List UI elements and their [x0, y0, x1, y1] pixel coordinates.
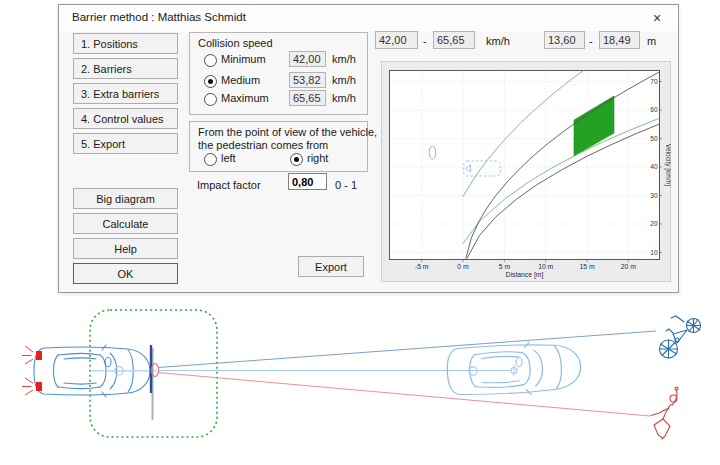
speed-range-unit: km/h [486, 35, 510, 47]
barrier-method-dialog: Barrier method : Matthias Schmidt × 1. P… [58, 4, 679, 293]
ok-button[interactable]: OK [73, 263, 178, 284]
pedestrian-figure [651, 387, 678, 439]
maximum-speed-field [289, 90, 326, 106]
trajectory-line-pedestrian [158, 373, 650, 417]
radio-medium[interactable] [204, 75, 217, 88]
distance-min-field [544, 31, 585, 49]
sight-line-bicycle [158, 331, 656, 368]
svg-text:15 m: 15 m [580, 263, 595, 270]
title-bar[interactable]: Barrier method : Matthias Schmidt × [59, 5, 678, 31]
nav-button-positions[interactable]: 1. Positions [73, 33, 178, 54]
impact-point-marker [152, 364, 159, 377]
svg-text:60: 60 [650, 106, 658, 113]
close-icon[interactable]: × [644, 8, 670, 28]
nav-button-barriers[interactable]: 2. Barriers [73, 58, 178, 79]
export-button[interactable]: Export [298, 256, 364, 277]
svg-text:20: 20 [650, 220, 658, 227]
maximum-speed-unit: km/h [332, 92, 356, 104]
svg-text:10 m: 10 m [538, 263, 553, 270]
striking-vehicle [22, 345, 157, 397]
pov-text-line1: From the point of view of the vehicle, [198, 126, 377, 138]
pov-text-line2: the pedestrian comes from [198, 139, 328, 151]
radio-medium-label[interactable]: Medium [221, 74, 260, 86]
impact-factor-range: 0 - 1 [335, 179, 357, 191]
struck-vehicle [446, 340, 582, 398]
x-axis-label: Distance [m] [506, 271, 544, 279]
minimum-speed-unit: km/h [332, 53, 356, 65]
medium-speed-field [289, 72, 326, 88]
radio-minimum-label[interactable]: Minimum [221, 53, 266, 65]
help-button[interactable]: Help [73, 238, 178, 259]
calculate-button[interactable]: Calculate [73, 213, 178, 234]
radio-left[interactable] [204, 153, 217, 166]
svg-text:50: 50 [650, 135, 658, 142]
svg-text:0 m: 0 m [457, 263, 469, 270]
radio-minimum[interactable] [204, 54, 217, 67]
nav-button-control-values[interactable]: 4. Control values [73, 108, 178, 129]
distance-max-field [599, 31, 640, 49]
medium-speed-unit: km/h [332, 74, 356, 86]
plot-area [390, 71, 660, 260]
big-diagram-button[interactable]: Big diagram [73, 188, 178, 209]
radio-left-label[interactable]: left [221, 152, 236, 164]
radio-maximum[interactable] [204, 93, 217, 106]
svg-text:40: 40 [650, 163, 658, 170]
svg-text:30: 30 [650, 192, 658, 199]
svg-text:70: 70 [650, 78, 658, 85]
page: Barrier method : Matthias Schmidt × 1. P… [0, 0, 720, 465]
nav-button-extra-barriers[interactable]: 3. Extra barriers [73, 83, 178, 104]
collision-speed-title: Collision speed [198, 37, 273, 49]
distance-range-separator: - [589, 35, 593, 47]
minimum-speed-field [289, 51, 326, 67]
pov-group: From the point of view of the vehicle, t… [189, 121, 368, 172]
chart-panel: -5 m 0 m 5 m 10 m 15 m 20 m Distance [m]… [381, 61, 671, 282]
dialog-title: Barrier method : Matthias Schmidt [72, 11, 246, 23]
speed-min-field [375, 31, 418, 49]
taillights [22, 346, 42, 395]
svg-text:-5 m: -5 m [415, 263, 429, 270]
radio-right-label[interactable]: right [307, 152, 328, 164]
svg-text:5 m: 5 m [499, 263, 511, 270]
speed-max-field [433, 31, 475, 49]
radio-right[interactable] [290, 153, 303, 166]
barrier-zone-rect [90, 310, 217, 437]
y-axis-label: Velocity [km/h] [664, 144, 671, 186]
speed-range-separator: - [423, 35, 427, 47]
impact-factor-label: Impact factor [197, 179, 261, 191]
svg-text:20 m: 20 m [621, 263, 636, 270]
svg-text:10: 10 [650, 249, 658, 256]
collision-speed-group: Collision speed Minimum km/h Medium km/h… [189, 32, 368, 115]
nav-button-export[interactable]: 5. Export [73, 133, 178, 154]
radio-maximum-label[interactable]: Maximum [221, 92, 269, 104]
velocity-distance-chart: -5 m 0 m 5 m 10 m 15 m 20 m Distance [m]… [381, 61, 671, 282]
bicycle [660, 316, 701, 358]
impact-factor-input[interactable] [288, 173, 327, 190]
distance-range-unit: m [647, 35, 656, 47]
